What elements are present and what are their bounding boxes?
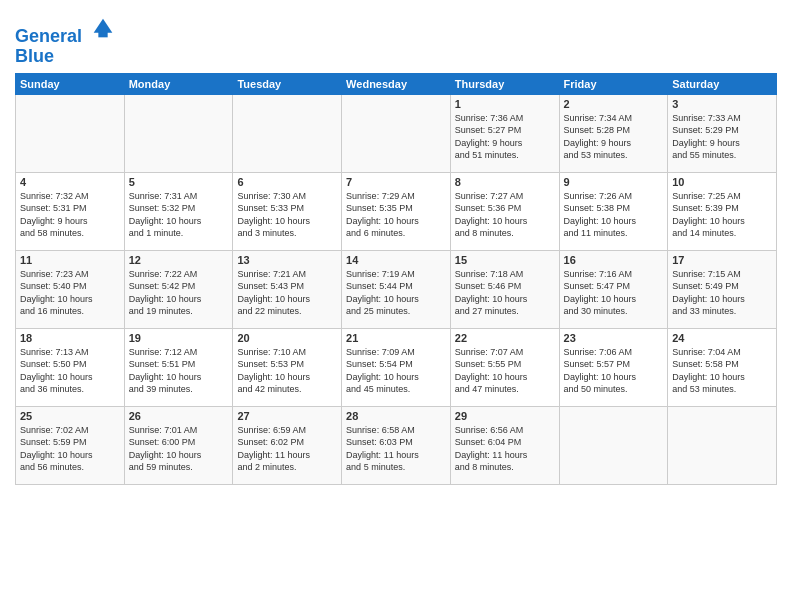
day-number: 27	[237, 410, 337, 422]
day-info: Sunrise: 7:29 AM Sunset: 5:35 PM Dayligh…	[346, 190, 446, 240]
calendar-cell: 3Sunrise: 7:33 AM Sunset: 5:29 PM Daylig…	[668, 94, 777, 172]
calendar-cell: 16Sunrise: 7:16 AM Sunset: 5:47 PM Dayli…	[559, 250, 668, 328]
day-info: Sunrise: 7:13 AM Sunset: 5:50 PM Dayligh…	[20, 346, 120, 396]
day-number: 18	[20, 332, 120, 344]
calendar-cell: 18Sunrise: 7:13 AM Sunset: 5:50 PM Dayli…	[16, 328, 125, 406]
svg-marker-1	[98, 31, 107, 38]
day-number: 13	[237, 254, 337, 266]
logo: General Blue	[15, 14, 117, 67]
day-number: 12	[129, 254, 229, 266]
calendar-cell: 20Sunrise: 7:10 AM Sunset: 5:53 PM Dayli…	[233, 328, 342, 406]
day-number: 28	[346, 410, 446, 422]
day-info: Sunrise: 7:21 AM Sunset: 5:43 PM Dayligh…	[237, 268, 337, 318]
day-number: 8	[455, 176, 555, 188]
calendar-week-row: 1Sunrise: 7:36 AM Sunset: 5:27 PM Daylig…	[16, 94, 777, 172]
day-info: Sunrise: 7:12 AM Sunset: 5:51 PM Dayligh…	[129, 346, 229, 396]
calendar-cell	[342, 94, 451, 172]
calendar-cell	[233, 94, 342, 172]
day-number: 11	[20, 254, 120, 266]
weekday-header: Thursday	[450, 73, 559, 94]
day-info: Sunrise: 7:27 AM Sunset: 5:36 PM Dayligh…	[455, 190, 555, 240]
header: General Blue	[15, 10, 777, 67]
weekday-header: Friday	[559, 73, 668, 94]
logo-text: General	[15, 14, 117, 47]
day-info: Sunrise: 7:25 AM Sunset: 5:39 PM Dayligh…	[672, 190, 772, 240]
day-number: 2	[564, 98, 664, 110]
day-number: 6	[237, 176, 337, 188]
day-info: Sunrise: 7:30 AM Sunset: 5:33 PM Dayligh…	[237, 190, 337, 240]
day-number: 24	[672, 332, 772, 344]
calendar-cell: 28Sunrise: 6:58 AM Sunset: 6:03 PM Dayli…	[342, 406, 451, 484]
day-info: Sunrise: 7:19 AM Sunset: 5:44 PM Dayligh…	[346, 268, 446, 318]
calendar-cell: 12Sunrise: 7:22 AM Sunset: 5:42 PM Dayli…	[124, 250, 233, 328]
day-info: Sunrise: 7:26 AM Sunset: 5:38 PM Dayligh…	[564, 190, 664, 240]
day-number: 15	[455, 254, 555, 266]
day-info: Sunrise: 6:59 AM Sunset: 6:02 PM Dayligh…	[237, 424, 337, 474]
calendar-cell: 2Sunrise: 7:34 AM Sunset: 5:28 PM Daylig…	[559, 94, 668, 172]
calendar-cell: 19Sunrise: 7:12 AM Sunset: 5:51 PM Dayli…	[124, 328, 233, 406]
calendar-cell	[668, 406, 777, 484]
calendar-week-row: 11Sunrise: 7:23 AM Sunset: 5:40 PM Dayli…	[16, 250, 777, 328]
day-number: 29	[455, 410, 555, 422]
calendar-cell: 29Sunrise: 6:56 AM Sunset: 6:04 PM Dayli…	[450, 406, 559, 484]
day-number: 1	[455, 98, 555, 110]
day-info: Sunrise: 7:07 AM Sunset: 5:55 PM Dayligh…	[455, 346, 555, 396]
day-number: 26	[129, 410, 229, 422]
calendar-week-row: 18Sunrise: 7:13 AM Sunset: 5:50 PM Dayli…	[16, 328, 777, 406]
day-info: Sunrise: 7:10 AM Sunset: 5:53 PM Dayligh…	[237, 346, 337, 396]
day-info: Sunrise: 7:16 AM Sunset: 5:47 PM Dayligh…	[564, 268, 664, 318]
calendar-body: 1Sunrise: 7:36 AM Sunset: 5:27 PM Daylig…	[16, 94, 777, 484]
day-info: Sunrise: 6:58 AM Sunset: 6:03 PM Dayligh…	[346, 424, 446, 474]
day-info: Sunrise: 7:06 AM Sunset: 5:57 PM Dayligh…	[564, 346, 664, 396]
calendar-cell: 17Sunrise: 7:15 AM Sunset: 5:49 PM Dayli…	[668, 250, 777, 328]
calendar-cell: 8Sunrise: 7:27 AM Sunset: 5:36 PM Daylig…	[450, 172, 559, 250]
day-info: Sunrise: 7:01 AM Sunset: 6:00 PM Dayligh…	[129, 424, 229, 474]
day-number: 7	[346, 176, 446, 188]
calendar-cell: 10Sunrise: 7:25 AM Sunset: 5:39 PM Dayli…	[668, 172, 777, 250]
calendar-cell: 4Sunrise: 7:32 AM Sunset: 5:31 PM Daylig…	[16, 172, 125, 250]
day-number: 10	[672, 176, 772, 188]
calendar-cell: 22Sunrise: 7:07 AM Sunset: 5:55 PM Dayli…	[450, 328, 559, 406]
calendar-cell: 21Sunrise: 7:09 AM Sunset: 5:54 PM Dayli…	[342, 328, 451, 406]
day-number: 16	[564, 254, 664, 266]
day-info: Sunrise: 7:09 AM Sunset: 5:54 PM Dayligh…	[346, 346, 446, 396]
weekday-header: Monday	[124, 73, 233, 94]
calendar-table: SundayMondayTuesdayWednesdayThursdayFrid…	[15, 73, 777, 485]
day-number: 14	[346, 254, 446, 266]
calendar-cell: 9Sunrise: 7:26 AM Sunset: 5:38 PM Daylig…	[559, 172, 668, 250]
day-info: Sunrise: 7:36 AM Sunset: 5:27 PM Dayligh…	[455, 112, 555, 162]
page-container: General Blue SundayMondayTuesdayWednesda…	[0, 0, 792, 490]
weekday-header: Sunday	[16, 73, 125, 94]
day-info: Sunrise: 7:04 AM Sunset: 5:58 PM Dayligh…	[672, 346, 772, 396]
calendar-cell: 14Sunrise: 7:19 AM Sunset: 5:44 PM Dayli…	[342, 250, 451, 328]
calendar-cell: 15Sunrise: 7:18 AM Sunset: 5:46 PM Dayli…	[450, 250, 559, 328]
day-number: 5	[129, 176, 229, 188]
day-number: 25	[20, 410, 120, 422]
logo-general: General	[15, 26, 82, 46]
day-info: Sunrise: 6:56 AM Sunset: 6:04 PM Dayligh…	[455, 424, 555, 474]
header-row: SundayMondayTuesdayWednesdayThursdayFrid…	[16, 73, 777, 94]
day-number: 20	[237, 332, 337, 344]
calendar-cell: 11Sunrise: 7:23 AM Sunset: 5:40 PM Dayli…	[16, 250, 125, 328]
calendar-cell: 27Sunrise: 6:59 AM Sunset: 6:02 PM Dayli…	[233, 406, 342, 484]
calendar-cell	[559, 406, 668, 484]
weekday-header: Wednesday	[342, 73, 451, 94]
logo-blue: Blue	[15, 47, 117, 67]
calendar-cell: 23Sunrise: 7:06 AM Sunset: 5:57 PM Dayli…	[559, 328, 668, 406]
calendar-cell: 26Sunrise: 7:01 AM Sunset: 6:00 PM Dayli…	[124, 406, 233, 484]
day-info: Sunrise: 7:33 AM Sunset: 5:29 PM Dayligh…	[672, 112, 772, 162]
day-number: 22	[455, 332, 555, 344]
day-number: 4	[20, 176, 120, 188]
day-number: 19	[129, 332, 229, 344]
calendar-cell: 13Sunrise: 7:21 AM Sunset: 5:43 PM Dayli…	[233, 250, 342, 328]
calendar-cell: 6Sunrise: 7:30 AM Sunset: 5:33 PM Daylig…	[233, 172, 342, 250]
day-info: Sunrise: 7:32 AM Sunset: 5:31 PM Dayligh…	[20, 190, 120, 240]
day-number: 23	[564, 332, 664, 344]
calendar-cell: 1Sunrise: 7:36 AM Sunset: 5:27 PM Daylig…	[450, 94, 559, 172]
weekday-header: Tuesday	[233, 73, 342, 94]
day-info: Sunrise: 7:34 AM Sunset: 5:28 PM Dayligh…	[564, 112, 664, 162]
day-info: Sunrise: 7:31 AM Sunset: 5:32 PM Dayligh…	[129, 190, 229, 240]
weekday-header: Saturday	[668, 73, 777, 94]
calendar-cell	[124, 94, 233, 172]
calendar-week-row: 25Sunrise: 7:02 AM Sunset: 5:59 PM Dayli…	[16, 406, 777, 484]
